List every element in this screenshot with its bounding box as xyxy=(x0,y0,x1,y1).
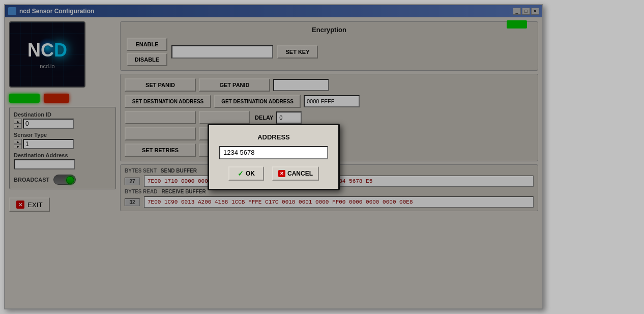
modal-address-input[interactable] xyxy=(219,146,328,159)
modal-overlay: ADDRESS ✓ OK ✕ CANCEL xyxy=(5,5,542,308)
cancel-label: CANCEL xyxy=(287,170,313,177)
main-window: ncd Sensor Configuration _ □ ✕ N C D ncd… xyxy=(4,4,543,309)
ok-label: OK xyxy=(246,170,255,177)
modal-title: ADDRESS xyxy=(219,133,328,141)
modal-cancel-button[interactable]: ✕ CANCEL xyxy=(272,166,319,181)
cancel-icon: ✕ xyxy=(278,170,285,177)
modal-ok-button[interactable]: ✓ OK xyxy=(228,166,264,181)
ok-checkmark-icon: ✓ xyxy=(238,169,244,178)
address-modal: ADDRESS ✓ OK ✕ CANCEL xyxy=(208,124,340,190)
modal-buttons: ✓ OK ✕ CANCEL xyxy=(219,166,328,181)
